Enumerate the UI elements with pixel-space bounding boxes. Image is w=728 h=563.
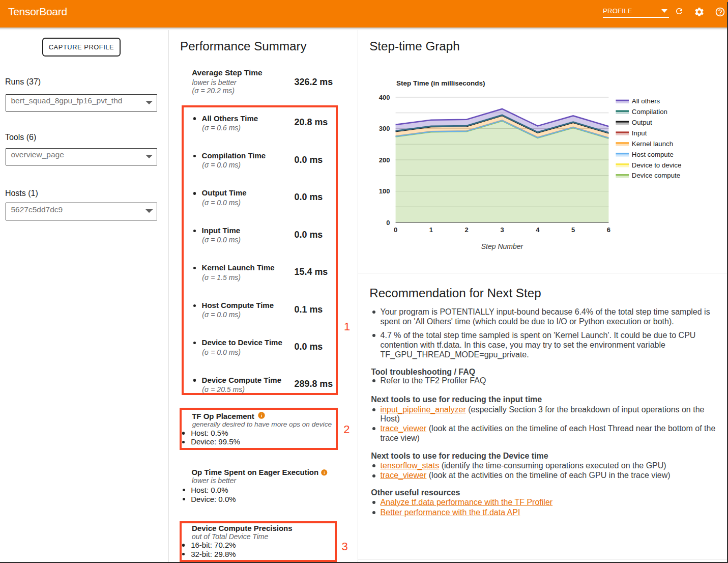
svg-text:Device to device: Device to device (632, 161, 682, 169)
svg-text:100: 100 (379, 187, 390, 195)
svg-text:Kernel launch: Kernel launch (632, 140, 673, 148)
svg-text:Step Number: Step Number (481, 242, 524, 250)
svg-text:200: 200 (379, 156, 390, 164)
svg-text:Input: Input (632, 129, 647, 137)
svg-text:6: 6 (607, 226, 610, 234)
svg-text:1: 1 (429, 226, 433, 234)
svg-text:Output: Output (632, 119, 652, 126)
svg-text:Host compute: Host compute (632, 151, 674, 158)
svg-text:2: 2 (465, 226, 469, 234)
svg-text:0: 0 (394, 226, 397, 234)
svg-text:Step Time (in milliseconds): Step Time (in milliseconds) (396, 79, 485, 87)
svg-text:400: 400 (379, 94, 390, 101)
svg-text:All others: All others (632, 97, 660, 105)
svg-text:Device compute: Device compute (632, 172, 680, 179)
svg-text:0: 0 (386, 219, 390, 227)
svg-text:4: 4 (536, 226, 540, 234)
svg-text:5: 5 (571, 226, 575, 234)
svg-text:Compilation: Compilation (632, 108, 667, 116)
svg-text:300: 300 (379, 125, 390, 132)
svg-text:3: 3 (500, 226, 504, 234)
